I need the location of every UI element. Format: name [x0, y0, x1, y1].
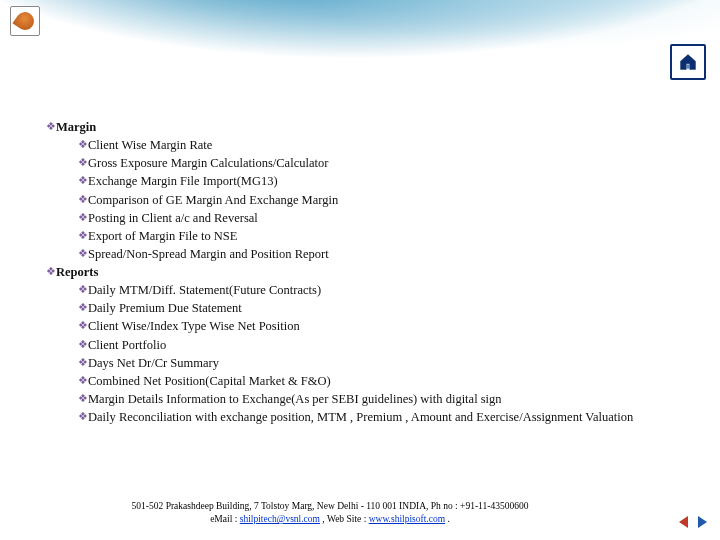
list-item: ❖Daily Premium Due Statement: [78, 299, 700, 317]
bullet-diamond-icon: ❖: [78, 408, 88, 425]
svg-marker-2: [698, 516, 707, 528]
svg-rect-0: [687, 65, 690, 69]
bullet-diamond-icon: ❖: [78, 281, 88, 298]
bullet-diamond-icon: ❖: [78, 317, 88, 334]
home-icon: [678, 52, 698, 72]
list-item: ❖Export of Margin File to NSE: [78, 227, 700, 245]
bullet-diamond-icon: ❖: [78, 191, 88, 208]
content-body: ❖ Margin ❖Client Wise Margin Rate ❖Gross…: [46, 118, 700, 426]
svg-marker-1: [679, 516, 688, 528]
bullet-diamond-icon: ❖: [78, 299, 88, 316]
bullet-diamond-icon: ❖: [78, 154, 88, 171]
list-item: ❖Client Wise/Index Type Wise Net Positio…: [78, 317, 700, 335]
section-heading-reports: ❖ Reports: [46, 263, 700, 281]
header-wave-graphic: [0, 0, 720, 60]
footer-email-link[interactable]: shilpitech@vsnl.com: [240, 514, 320, 524]
list-item: ❖Exchange Margin File Import(MG13): [78, 172, 700, 190]
list-item: ❖Spread/Non-Spread Margin and Position R…: [78, 245, 700, 263]
slide-nav: [676, 514, 710, 530]
footer-website-label: Web Site :: [327, 514, 369, 524]
bullet-diamond-icon: ❖: [78, 136, 88, 153]
next-slide-button[interactable]: [694, 514, 710, 530]
bullet-diamond-icon: ❖: [78, 372, 88, 389]
footer-website-link[interactable]: www.shilpisoft.com: [369, 514, 445, 524]
footer: 501-502 Prakashdeep Building, 7 Tolstoy …: [0, 500, 660, 526]
list-item: ❖Combined Net Position(Capital Market & …: [78, 372, 700, 390]
triangle-left-icon: [676, 514, 692, 530]
header-wave-graphic: [80, 0, 720, 40]
bullet-diamond-icon: ❖: [46, 118, 56, 135]
list-item: ❖Days Net Dr/Cr Summary: [78, 354, 700, 372]
bullet-diamond-icon: ❖: [78, 209, 88, 226]
list-item: ❖Margin Details Information to Exchange(…: [78, 390, 700, 408]
list-item: ❖Daily Reconciliation with exchange posi…: [78, 408, 700, 426]
footer-address: 501-502 Prakashdeep Building, 7 Tolstoy …: [0, 500, 660, 513]
bullet-diamond-icon: ❖: [78, 354, 88, 371]
company-logo: [10, 6, 40, 36]
bullet-diamond-icon: ❖: [78, 172, 88, 189]
list-item: ❖Client Wise Margin Rate: [78, 136, 700, 154]
bullet-diamond-icon: ❖: [78, 227, 88, 244]
footer-email-label: eMail :: [210, 514, 240, 524]
footer-contact-line: eMail : shilpitech@vsnl.com , Web Site :…: [0, 513, 660, 526]
bullet-diamond-icon: ❖: [46, 263, 56, 280]
header-wave-graphic: [300, 0, 720, 50]
prev-slide-button[interactable]: [676, 514, 692, 530]
bullet-diamond-icon: ❖: [78, 390, 88, 407]
triangle-right-icon: [694, 514, 710, 530]
home-button[interactable]: [670, 44, 706, 80]
section-heading-margin: ❖ Margin: [46, 118, 700, 136]
bullet-diamond-icon: ❖: [78, 245, 88, 262]
section-title: Margin: [56, 118, 700, 136]
list-item: ❖Comparison of GE Margin And Exchange Ma…: [78, 191, 700, 209]
list-item: ❖Client Portfolio: [78, 336, 700, 354]
bullet-diamond-icon: ❖: [78, 336, 88, 353]
list-item: ❖Gross Exposure Margin Calculations/Calc…: [78, 154, 700, 172]
list-item: ❖Posting in Client a/c and Reversal: [78, 209, 700, 227]
section-title: Reports: [56, 263, 700, 281]
list-item: ❖Daily MTM/Diff. Statement(Future Contra…: [78, 281, 700, 299]
